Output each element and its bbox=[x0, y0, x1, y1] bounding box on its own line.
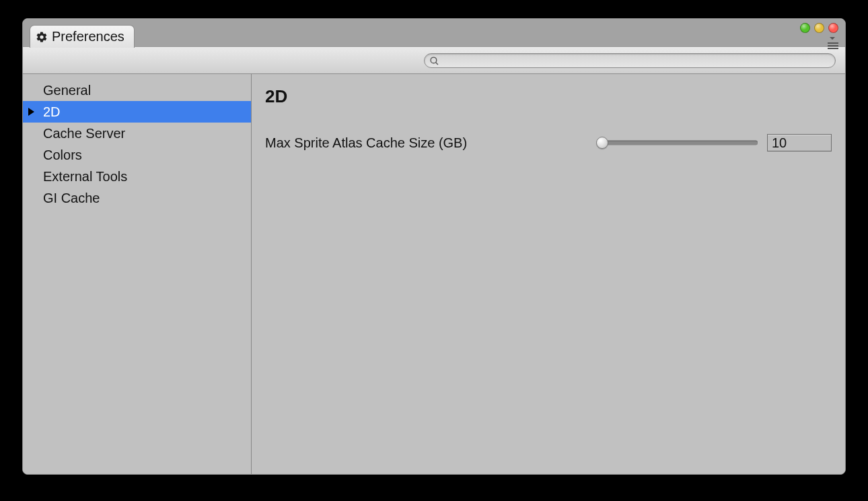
sidebar-item-gi-cache[interactable]: GI Cache bbox=[23, 187, 251, 209]
titlebar: Preferences bbox=[23, 19, 845, 47]
content-panel: 2D Max Sprite Atlas Cache Size (GB) 10 bbox=[252, 74, 845, 474]
tab-preferences[interactable]: Preferences bbox=[30, 25, 135, 48]
sidebar-item-general[interactable]: General bbox=[23, 79, 251, 101]
context-menu-icon[interactable] bbox=[828, 36, 838, 49]
gear-icon bbox=[36, 31, 48, 43]
sidebar: General 2D Cache Server Colors External … bbox=[23, 74, 252, 474]
property-row-max-sprite-atlas-cache: Max Sprite Atlas Cache Size (GB) 10 bbox=[265, 134, 832, 152]
preferences-window: Preferences General 2D Cache Server Colo… bbox=[22, 18, 846, 475]
property-label: Max Sprite Atlas Cache Size (GB) bbox=[265, 135, 588, 151]
sidebar-item-cache-server[interactable]: Cache Server bbox=[23, 123, 251, 144]
search-input[interactable] bbox=[443, 55, 830, 66]
cache-size-value: 10 bbox=[772, 135, 787, 151]
cache-size-slider[interactable] bbox=[598, 136, 758, 149]
sidebar-item-label: 2D bbox=[43, 104, 61, 120]
cache-size-value-field[interactable]: 10 bbox=[767, 134, 832, 152]
sidebar-item-external-tools[interactable]: External Tools bbox=[23, 166, 251, 187]
toolbar bbox=[23, 47, 845, 74]
panel-heading: 2D bbox=[265, 86, 832, 107]
sidebar-item-label: External Tools bbox=[43, 169, 127, 185]
slider-thumb[interactable] bbox=[596, 137, 608, 149]
sidebar-item-2d[interactable]: 2D bbox=[23, 101, 251, 123]
close-button[interactable] bbox=[828, 23, 838, 33]
sidebar-item-label: General bbox=[43, 83, 91, 98]
slider-track bbox=[598, 141, 758, 145]
minimize-button[interactable] bbox=[814, 23, 824, 33]
window-controls bbox=[800, 23, 838, 33]
search-icon bbox=[430, 57, 439, 65]
sidebar-item-label: Colors bbox=[43, 147, 82, 163]
tab-label: Preferences bbox=[52, 29, 124, 44]
sidebar-item-label: GI Cache bbox=[43, 191, 100, 206]
search-box[interactable] bbox=[424, 53, 836, 68]
sidebar-item-label: Cache Server bbox=[43, 126, 125, 141]
sidebar-item-colors[interactable]: Colors bbox=[23, 144, 251, 166]
body: General 2D Cache Server Colors External … bbox=[23, 74, 845, 474]
maximize-button[interactable] bbox=[800, 23, 810, 33]
